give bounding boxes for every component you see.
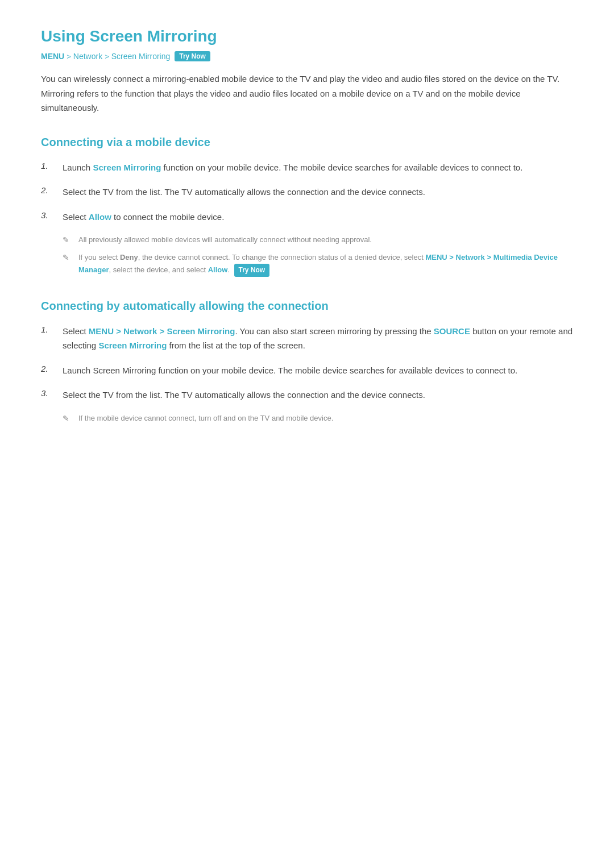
note-2: ✎ If you select Deny, the device cannot … xyxy=(63,252,573,277)
section2-notes: ✎ If the mobile device cannot connect, t… xyxy=(63,413,573,425)
section1-notes: ✎ All previously allowed mobile devices … xyxy=(63,234,573,277)
section2-step-number-3: 3. xyxy=(41,388,53,398)
try-now-badge-header[interactable]: Try Now xyxy=(175,51,210,61)
note-icon-2: ✎ xyxy=(63,253,73,262)
section2-steps: 1. Select MENU > Network > Screen Mirror… xyxy=(41,324,573,402)
note-text-1: All previously allowed mobile devices wi… xyxy=(78,234,573,246)
intro-paragraph: You can wirelessly connect a mirroring-e… xyxy=(41,72,573,115)
source-link: SOURCE xyxy=(434,326,470,336)
section1-title: Connecting via a mobile device xyxy=(41,136,573,149)
section2-step-3: 3. Select the TV from the list. The TV a… xyxy=(41,388,573,402)
step-number-2: 2. xyxy=(41,185,53,195)
section2-step-text-2: Launch Screen Mirroring function on your… xyxy=(63,363,573,378)
section-connecting-mobile: Connecting via a mobile device 1. Launch… xyxy=(41,136,573,277)
allow-link-1: Allow xyxy=(89,212,111,222)
section2-step-number-2: 2. xyxy=(41,363,53,373)
deny-bold: Deny xyxy=(120,253,138,261)
breadcrumb-menu: MENU xyxy=(41,52,64,61)
note-text-2: If you select Deny, the device cannot co… xyxy=(78,252,573,277)
page-title: Using Screen Mirroring xyxy=(41,27,573,45)
step-1: 1. Launch Screen Mirroring function on y… xyxy=(41,160,573,175)
step-3: 3. Select Allow to connect the mobile de… xyxy=(41,210,573,225)
allow-link-note: Allow xyxy=(208,265,228,274)
step-text-1: Launch Screen Mirroring function on your… xyxy=(63,160,573,175)
section-connecting-auto: Connecting by automatically allowing the… xyxy=(41,300,573,425)
menu-link-s2: MENU > Network > Screen Mirroring xyxy=(89,326,235,336)
menu-link-note: MENU > Network > Multimedia Device Manag… xyxy=(78,253,558,274)
try-now-badge-note[interactable]: Try Now xyxy=(234,264,270,277)
step-text-3: Select Allow to connect the mobile devic… xyxy=(63,210,573,225)
section2-step-text-3: Select the TV from the list. The TV auto… xyxy=(63,388,573,402)
step-number-1: 1. xyxy=(41,160,53,171)
section2-note-icon-1: ✎ xyxy=(63,414,73,423)
section1-steps: 1. Launch Screen Mirroring function on y… xyxy=(41,160,573,225)
note-icon-1: ✎ xyxy=(63,235,73,244)
screen-mirroring-link-1: Screen Mirroring xyxy=(93,163,161,172)
section2-note-text-1: If the mobile device cannot connect, tur… xyxy=(78,413,573,425)
step-number-3: 3. xyxy=(41,210,53,220)
section2-step-1: 1. Select MENU > Network > Screen Mirror… xyxy=(41,324,573,353)
section2-step-text-1: Select MENU > Network > Screen Mirroring… xyxy=(63,324,573,353)
section2-title: Connecting by automatically allowing the… xyxy=(41,300,573,313)
screen-mirroring-link-s2: Screen Mirroring xyxy=(98,340,167,350)
breadcrumb-chevron-2: > xyxy=(105,52,109,61)
section2-step-number-1: 1. xyxy=(41,324,53,334)
section2-step-2: 2. Launch Screen Mirroring function on y… xyxy=(41,363,573,378)
breadcrumb: MENU > Network > Screen Mirroring Try No… xyxy=(41,51,573,61)
breadcrumb-screen-mirroring: Screen Mirroring xyxy=(111,52,170,61)
step-2: 2. Select the TV from the list. The TV a… xyxy=(41,185,573,200)
breadcrumb-network: Network xyxy=(73,52,102,61)
section2-note-1: ✎ If the mobile device cannot connect, t… xyxy=(63,413,573,425)
note-1: ✎ All previously allowed mobile devices … xyxy=(63,234,573,246)
step-text-2: Select the TV from the list. The TV auto… xyxy=(63,185,573,200)
breadcrumb-chevron-1: > xyxy=(67,52,71,61)
